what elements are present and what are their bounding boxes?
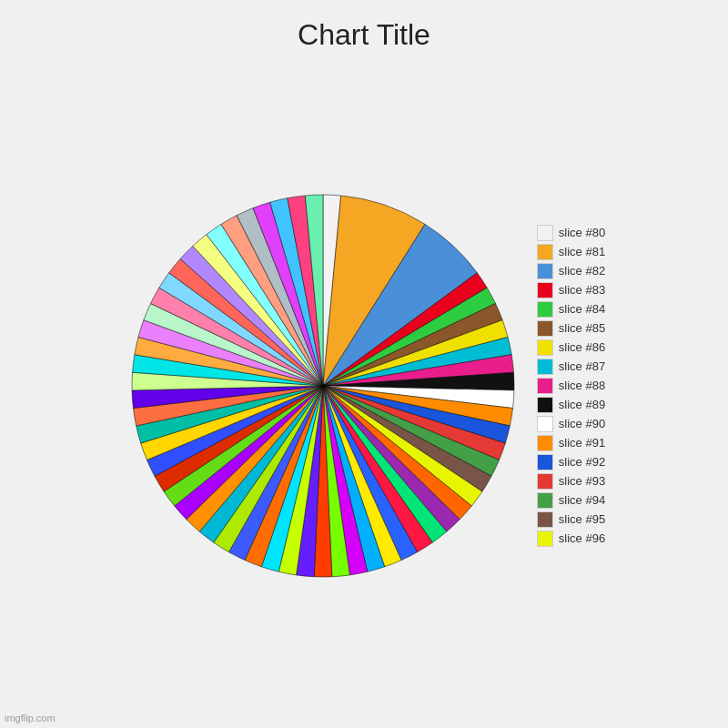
legend-item: slice #94	[537, 492, 605, 509]
legend-label: slice #84	[559, 302, 605, 316]
legend-item: slice #82	[537, 263, 605, 279]
legend-label: slice #83	[559, 283, 605, 297]
legend-color-box	[537, 473, 553, 490]
legend-label: slice #96	[559, 531, 605, 545]
legend-color-box	[537, 454, 553, 470]
legend-item: slice #96	[537, 531, 605, 547]
legend-color-box	[537, 492, 553, 509]
legend-item: slice #87	[537, 359, 605, 375]
watermark: imgflip.com	[5, 713, 56, 723]
legend-item: slice #84	[537, 301, 605, 318]
legend-label: slice #82	[559, 264, 605, 278]
chart-body: slice #80slice #81slice #82slice #83slic…	[0, 61, 728, 728]
legend-label: slice #94	[559, 493, 605, 507]
legend-color-box	[537, 263, 553, 279]
legend-item: slice #81	[537, 244, 605, 260]
legend-label: slice #81	[559, 245, 605, 258]
legend-color-box	[537, 359, 553, 375]
legend-item: slice #89	[537, 397, 605, 413]
legend-item: slice #86	[537, 339, 605, 356]
legend-label: slice #86	[559, 340, 605, 354]
legend-color-box	[537, 301, 553, 318]
legend-label: slice #91	[559, 436, 605, 450]
legend-color-box	[537, 244, 553, 260]
legend-color-box	[537, 531, 553, 547]
legend-color-box	[537, 397, 553, 413]
legend-item: slice #93	[537, 473, 605, 490]
legend-label: slice #93	[559, 474, 605, 488]
legend-color-box	[537, 282, 553, 298]
pie-chart	[123, 186, 523, 586]
legend-color-box	[537, 320, 553, 337]
legend-label: slice #80	[559, 226, 605, 239]
legend-item: slice #90	[537, 416, 605, 432]
chart-container: Chart Title slice #80slice #81slice #82s…	[0, 0, 728, 728]
legend-item: slice #92	[537, 454, 605, 470]
legend-color-box	[537, 378, 553, 394]
chart-title: Chart Title	[298, 18, 430, 52]
legend-item: slice #83	[537, 282, 605, 298]
legend-item: slice #85	[537, 320, 605, 337]
legend-item: slice #95	[537, 511, 605, 528]
legend-color-box	[537, 225, 553, 241]
legend-color-box	[537, 339, 553, 356]
legend-item: slice #91	[537, 435, 605, 451]
legend-label: slice #92	[559, 455, 605, 469]
legend-label: slice #88	[559, 379, 605, 392]
legend-label: slice #90	[559, 417, 605, 430]
legend-color-box	[537, 511, 553, 528]
legend: slice #80slice #81slice #82slice #83slic…	[523, 225, 605, 547]
legend-color-box	[537, 416, 553, 432]
legend-item: slice #88	[537, 378, 605, 394]
pie-container	[123, 186, 523, 586]
legend-label: slice #95	[559, 512, 605, 526]
legend-item: slice #80	[537, 225, 605, 241]
legend-color-box	[537, 435, 553, 451]
legend-label: slice #89	[559, 398, 605, 411]
legend-label: slice #87	[559, 359, 605, 373]
legend-label: slice #85	[559, 321, 605, 335]
